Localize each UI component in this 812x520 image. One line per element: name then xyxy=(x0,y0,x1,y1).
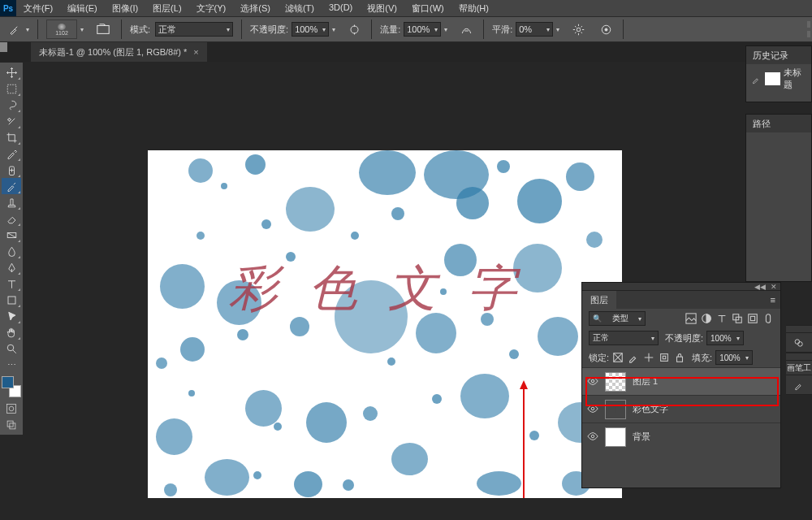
gradient-tool[interactable] xyxy=(2,227,21,243)
type-tool[interactable] xyxy=(2,275,21,292)
layer-filter-select[interactable]: 🔍类型▾ xyxy=(589,311,646,326)
layer-thumbnail[interactable]: T xyxy=(605,400,626,419)
tab-title: 未标题-1 @ 100% (图层 1, RGB/8#) * xyxy=(39,46,187,58)
svg-point-27 xyxy=(591,379,594,383)
visibility-toggle[interactable] xyxy=(587,431,600,444)
layer-name[interactable]: 图层 1 xyxy=(633,375,658,388)
layers-panel-tab[interactable]: 图层 xyxy=(582,291,616,310)
lock-artboard-icon[interactable] xyxy=(659,352,670,363)
filter-adjust-icon[interactable] xyxy=(701,313,712,324)
chevron-down-icon[interactable]: ▾ xyxy=(556,26,559,33)
menu-select[interactable]: 选择(S) xyxy=(233,2,278,15)
filter-toggle[interactable] xyxy=(762,313,774,324)
chevron-down-icon[interactable]: ▾ xyxy=(80,26,84,33)
menu-type[interactable]: 文字(Y) xyxy=(189,2,234,15)
layer-fill-input[interactable]: 100%▾ xyxy=(715,350,753,365)
layer-row[interactable]: T 彩色文字 xyxy=(582,395,780,422)
smoothing-gear-icon[interactable] xyxy=(569,21,587,37)
marquee-tool[interactable] xyxy=(2,80,21,97)
close-icon[interactable]: ✕ xyxy=(771,283,777,291)
lock-move-icon[interactable] xyxy=(643,352,654,363)
path-select-tool[interactable] xyxy=(2,308,21,324)
layer-name[interactable]: 背景 xyxy=(633,431,650,443)
smoothing-input[interactable]: 0%▾ xyxy=(516,22,553,37)
edit-toolbar[interactable]: ⋯ xyxy=(2,357,21,373)
crop-tool[interactable] xyxy=(2,129,21,145)
chevron-down-icon[interactable]: ▾ xyxy=(444,26,447,33)
visibility-toggle[interactable] xyxy=(587,375,600,388)
history-snapshot[interactable]: 未标题 xyxy=(746,64,811,93)
filter-smart-icon[interactable] xyxy=(747,313,758,324)
flow-input[interactable]: 100%▾ xyxy=(404,22,441,37)
menu-3d[interactable]: 3D(D) xyxy=(322,2,360,15)
panel-collapse-handle[interactable] xyxy=(806,17,812,41)
dock-tab-brush-label[interactable]: 画笔工 xyxy=(786,361,812,375)
close-icon[interactable]: × xyxy=(193,47,198,57)
blend-mode-select[interactable]: 正常▾ xyxy=(155,22,233,37)
screen-mode-icon[interactable] xyxy=(2,417,21,433)
opacity-input[interactable]: 100%▾ xyxy=(292,22,329,37)
dock-tab-swatches[interactable] xyxy=(786,333,812,353)
brush-preset-picker[interactable]: 1102 xyxy=(46,20,77,39)
tool-preset-brush-icon[interactable] xyxy=(5,21,23,37)
document-tab[interactable]: 未标题-1 @ 100% (图层 1, RGB/8#) * × xyxy=(31,42,207,62)
filter-type-icon[interactable] xyxy=(716,313,728,324)
layer-thumbnail[interactable] xyxy=(605,372,626,392)
color-swatches[interactable] xyxy=(2,376,21,397)
menu-window[interactable]: 窗口(W) xyxy=(404,2,451,15)
lasso-tool[interactable] xyxy=(2,97,21,113)
layer-opacity-input[interactable]: 100%▾ xyxy=(706,331,744,345)
foreground-color[interactable] xyxy=(2,376,14,388)
pen-tool[interactable] xyxy=(2,259,21,275)
smoothing-label: 平滑: xyxy=(492,24,512,36)
layer-name[interactable]: 彩色文字 xyxy=(633,403,668,415)
quick-mask-icon[interactable] xyxy=(2,401,21,417)
svg-rect-21 xyxy=(750,316,754,320)
magic-wand-tool[interactable] xyxy=(2,113,21,129)
chevron-down-icon[interactable]: ▾ xyxy=(26,26,29,33)
opacity-label: 不透明度: xyxy=(250,24,288,36)
dock-tab-brush-icon[interactable] xyxy=(786,375,812,395)
brush-panel-icon[interactable] xyxy=(93,20,113,38)
document-canvas[interactable]: 彩色文字 xyxy=(148,150,622,498)
menu-layer[interactable]: 图层(L) xyxy=(145,2,188,15)
healing-brush-tool[interactable] xyxy=(2,162,21,178)
layer-thumbnail[interactable] xyxy=(605,427,626,447)
eraser-tool[interactable] xyxy=(2,210,21,227)
move-tool[interactable] xyxy=(2,64,21,80)
layer-row[interactable]: 背景 xyxy=(582,422,780,450)
hand-tool[interactable] xyxy=(2,324,21,340)
lock-all-icon[interactable] xyxy=(674,352,685,363)
layer-blend-mode-select[interactable]: 正常▾ xyxy=(589,331,659,345)
clone-stamp-tool[interactable] xyxy=(2,194,21,210)
menu-view[interactable]: 视图(V) xyxy=(360,2,404,15)
chevron-down-icon[interactable]: ▾ xyxy=(332,26,335,33)
paths-panel: 路径 xyxy=(745,114,812,282)
dock-grip[interactable] xyxy=(786,353,812,361)
menu-help[interactable]: 帮助(H) xyxy=(451,2,496,15)
menu-filter[interactable]: 滤镜(T) xyxy=(278,2,322,15)
menu-image[interactable]: 图像(I) xyxy=(105,2,145,15)
blur-tool[interactable] xyxy=(2,243,21,259)
panel-grip[interactable]: ◀◀✕ xyxy=(582,283,780,291)
menu-edit[interactable]: 编辑(E) xyxy=(60,2,105,15)
right-dock-collapsed: 画笔工 xyxy=(786,325,812,395)
lock-transparent-icon[interactable] xyxy=(612,352,624,363)
layer-row[interactable]: 图层 1 xyxy=(582,367,780,395)
pressure-opacity-icon[interactable] xyxy=(345,21,363,37)
airbrush-icon[interactable] xyxy=(457,21,475,37)
shape-tool[interactable] xyxy=(2,292,21,308)
menu-file[interactable]: 文件(F) xyxy=(16,2,60,15)
filter-shape-icon[interactable] xyxy=(732,313,743,324)
visibility-toggle[interactable] xyxy=(587,403,600,416)
panel-menu-icon[interactable]: ≡ xyxy=(771,295,775,305)
brush-tool[interactable] xyxy=(2,178,21,194)
pressure-size-icon[interactable] xyxy=(597,21,615,37)
dock-grip[interactable] xyxy=(786,325,812,333)
zoom-tool[interactable] xyxy=(2,340,21,357)
panel-grip[interactable] xyxy=(0,42,7,52)
history-panel-title: 历史记录 xyxy=(753,50,788,62)
filter-image-icon[interactable] xyxy=(685,313,697,324)
eyedropper-tool[interactable] xyxy=(2,145,21,162)
lock-paint-icon[interactable] xyxy=(628,352,639,363)
